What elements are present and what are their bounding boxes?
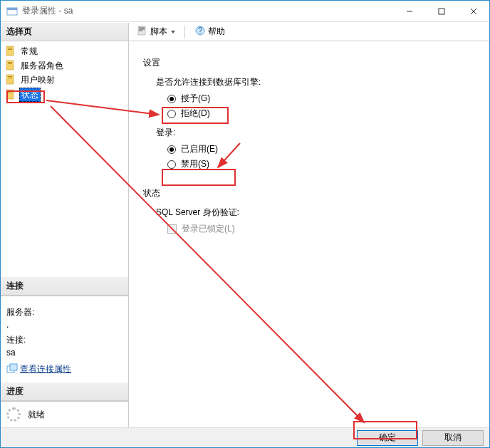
select-page-header: 选择页	[1, 23, 128, 41]
radio-deny[interactable]: 拒绝(D)	[167, 108, 475, 120]
sqlauth-label: SQL Server 身份验证:	[156, 207, 475, 219]
settings-title: 设置	[143, 57, 475, 69]
maximize-button[interactable]	[425, 1, 457, 21]
svg-rect-15	[6, 90, 14, 99]
view-connection-properties-link[interactable]: 查看连接属性	[6, 363, 71, 375]
page-icon	[5, 89, 16, 100]
progress-status: 就绪	[28, 409, 45, 421]
status-title: 状态	[143, 187, 475, 199]
radio-label: 禁用(S)	[181, 158, 209, 170]
radio-enabled[interactable]: 已启用(E)	[167, 143, 475, 155]
svg-rect-10	[8, 62, 12, 63]
sidebar-item-user-mapping[interactable]: 用户映射	[4, 73, 125, 87]
page-icon	[5, 74, 16, 85]
svg-rect-17	[8, 93, 12, 93]
checkbox-icon	[167, 224, 177, 234]
help-icon: ?	[194, 25, 206, 38]
title-bar: 登录属性 - sa	[1, 1, 489, 22]
progress-header: 进度	[1, 382, 128, 401]
script-icon	[137, 25, 148, 38]
close-button[interactable]	[457, 1, 489, 21]
script-label: 脚本	[150, 26, 167, 38]
svg-rect-16	[8, 91, 12, 92]
script-button[interactable]: 脚本	[133, 23, 179, 41]
radio-label: 授予(G)	[181, 93, 210, 105]
radio-icon	[167, 145, 176, 154]
svg-rect-3	[439, 9, 444, 14]
sidebar-item-general[interactable]: 常规	[4, 44, 125, 58]
sidebar-item-label: 常规	[19, 45, 39, 58]
progress-spinner-icon	[6, 407, 21, 422]
checkbox-lockout: 登录已锁定(L)	[167, 223, 475, 235]
link-label: 查看连接属性	[20, 363, 71, 375]
sidebar-item-server-roles[interactable]: 服务器角色	[4, 58, 125, 73]
radio-icon	[167, 110, 176, 118]
window-title: 登录属性 - sa	[22, 5, 393, 17]
properties-icon	[6, 363, 18, 375]
svg-rect-12	[6, 75, 14, 84]
help-button[interactable]: ? 帮助	[191, 23, 229, 41]
svg-rect-11	[8, 63, 12, 64]
minimize-button[interactable]	[393, 1, 425, 21]
login-label: 登录:	[156, 127, 475, 139]
sidebar-item-label: 用户映射	[19, 73, 56, 86]
cancel-button[interactable]: 取消	[422, 430, 484, 446]
permission-label: 是否允许连接到数据库引擎:	[156, 76, 475, 88]
connection-header: 连接	[1, 277, 128, 296]
server-value: .	[6, 320, 123, 330]
sidebar-item-status[interactable]: 状态	[4, 87, 125, 103]
sidebar-item-label: 状态	[19, 88, 41, 102]
connection-label: 连接:	[6, 334, 123, 346]
svg-rect-7	[8, 48, 12, 48]
checkbox-label: 登录已锁定(L)	[182, 223, 235, 235]
server-label: 服务器:	[6, 306, 123, 318]
radio-icon	[167, 95, 176, 103]
page-icon	[5, 60, 16, 71]
toolbar: 脚本 ? 帮助	[129, 23, 489, 41]
sidebar-item-label: 服务器角色	[19, 59, 65, 72]
content-pane: 设置 是否允许连接到数据库引擎: 授予(G) 拒绝(D) 登录: 已启用(E) …	[129, 41, 489, 427]
radio-label: 已启用(E)	[181, 143, 218, 155]
radio-disabled[interactable]: 禁用(S)	[167, 158, 475, 170]
page-icon	[5, 46, 16, 57]
svg-rect-1	[7, 8, 17, 10]
radio-grant[interactable]: 授予(G)	[167, 93, 475, 105]
ok-button[interactable]: 确定	[357, 430, 418, 446]
page-tree: 常规 服务器角色 用户映射 状态	[1, 41, 128, 105]
chevron-down-icon	[171, 31, 175, 33]
svg-text:?: ?	[198, 26, 203, 36]
svg-rect-19	[10, 364, 17, 370]
svg-rect-6	[6, 46, 14, 56]
toolbar-separator	[184, 26, 185, 38]
connection-value: sa	[6, 348, 123, 358]
radio-icon	[167, 160, 176, 169]
svg-rect-14	[8, 78, 12, 78]
help-label: 帮助	[208, 26, 225, 38]
app-icon	[6, 6, 18, 17]
svg-rect-9	[6, 61, 14, 70]
button-bar: 确定 取消	[1, 427, 489, 447]
radio-label: 拒绝(D)	[181, 108, 210, 120]
svg-rect-8	[8, 49, 12, 50]
svg-rect-13	[8, 76, 12, 77]
